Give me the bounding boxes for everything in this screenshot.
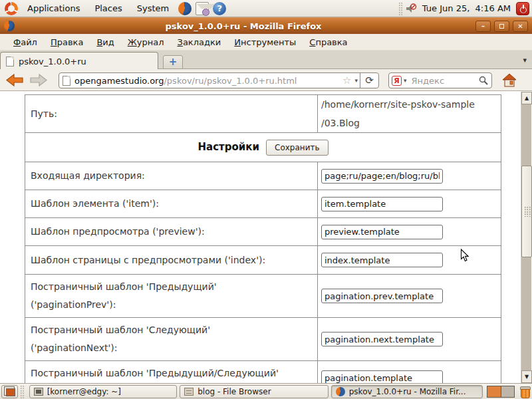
top-panel: Applications Places System ? Tue Jun 25,… [0, 0, 532, 17]
search-magnifier-icon[interactable] [478, 75, 489, 86]
maximize-icon [499, 24, 504, 29]
field-label-pagination-prevnext: Постраничный шаблон 'Предыдущий/Следующи… [25, 361, 318, 384]
field-label-text: Постраничный шаблон 'Предыдущий' [31, 278, 317, 296]
menu-bookmarks[interactable]: Закладки [171, 37, 228, 47]
field-label-text: Шаблон предпросмотра ('preview'): [31, 223, 317, 241]
tab-list-dropdown-icon[interactable]: ▾ [523, 56, 527, 65]
volume-muted-icon[interactable] [405, 3, 417, 15]
settings-table: Путь: /home/kornerr/site-pskov-sample /0… [25, 94, 501, 383]
back-button[interactable] [5, 73, 24, 87]
close-button[interactable]: ✕ [513, 21, 528, 32]
task-file-browser-label: blog - File Browser [198, 387, 271, 396]
firefox-task-icon [336, 387, 345, 396]
vertical-scrollbar[interactable]: ▲ ▼ [521, 92, 531, 383]
show-desktop-button[interactable] [1, 385, 18, 398]
trash-icon[interactable] [519, 386, 531, 398]
field-label-pagination-prev: Постраничный шаблон 'Предыдущий' ('pagin… [25, 275, 318, 318]
window-firefox-icon [4, 21, 15, 31]
ubuntu-logo-icon[interactable] [5, 2, 18, 15]
item-template-input[interactable] [321, 197, 443, 211]
bottom-panel: [kornerr@edgy: ~] blog - File Browser ps… [0, 383, 532, 399]
table-row-field: Шаблон предпросмотра ('preview'): [25, 218, 501, 246]
save-button[interactable]: Сохранить [266, 140, 329, 156]
url-text[interactable]: opengamestudio.org/pskov/ru/pskov_1.0.0+… [74, 76, 341, 86]
tab-bar: pskov_1.0.0+ru + ▾ [0, 51, 532, 69]
incoming-dir-input[interactable] [321, 169, 443, 184]
bookmark-star-icon[interactable]: ☆ [341, 74, 352, 86]
reload-button[interactable]: ⟳ [360, 73, 378, 88]
terminal-icon [34, 388, 43, 396]
window-titlebar[interactable]: pskov_1.0.0+ru - Mozilla Firefox – ✕ [0, 17, 532, 34]
menu-history[interactable]: Журнал [121, 37, 171, 47]
scrollbar-thumb[interactable] [521, 166, 532, 257]
window-title: pskov_1.0.0+ru - Mozilla Firefox [15, 21, 472, 31]
settings-heading: Настройки [198, 141, 259, 153]
settings-heading-cell: НастройкиСохранить [25, 133, 501, 162]
path-label: Путь: [25, 95, 318, 133]
table-row-field: Постраничный шаблон 'Следующий' ('pagina… [25, 318, 501, 361]
tab-pskov[interactable]: pskov_1.0.0+ru [0, 52, 158, 70]
menu-edit[interactable]: Правка [44, 37, 90, 47]
field-label-text: Входящая директория: [31, 167, 317, 185]
menu-tools[interactable]: Инструменты [227, 37, 303, 47]
task-file-browser[interactable]: blog - File Browser [180, 385, 329, 398]
menu-file[interactable]: Файл [7, 37, 44, 47]
pagination-next-input[interactable] [321, 332, 443, 346]
preview-template-input[interactable] [321, 225, 443, 239]
table-row-heading: НастройкиСохранить [25, 133, 501, 162]
table-row-path: Путь: /home/kornerr/site-pskov-sample /0… [25, 95, 501, 133]
table-row-field: Входящая директория: [25, 162, 501, 190]
file-browser-icon [184, 388, 194, 396]
pagination-prev-input[interactable] [321, 289, 443, 303]
table-row-field: Постраничный шаблон 'Предыдущий' ('pagin… [25, 275, 501, 318]
help-launcher-icon[interactable]: ? [213, 2, 226, 15]
path-value-line2: /03.Blog [321, 114, 501, 132]
menu-view[interactable]: Вид [90, 37, 120, 47]
table-row-field: Шаблон элемента ('item'): [25, 190, 501, 218]
search-placeholder[interactable]: Яндекс [412, 76, 478, 86]
task-terminal[interactable]: [kornerr@edgy: ~] [29, 385, 178, 398]
minimize-button[interactable]: – [475, 21, 491, 32]
panel-drag-handle[interactable] [398, 2, 403, 15]
task-firefox[interactable]: pskov_1.0.0+ru - Mozilla Fir... [331, 385, 483, 398]
search-engine-dropdown-icon[interactable]: ▾ [402, 77, 409, 84]
url-bar[interactable]: opengamestudio.org/pskov/ru/pskov_1.0.0+… [59, 72, 379, 88]
forward-button[interactable] [29, 73, 48, 87]
field-label-text: Шаблон страницы с предпросмотрами ('inde… [31, 251, 317, 269]
clock[interactable]: Tue Jun 25, 4:16 AM [417, 3, 516, 13]
power-button-icon[interactable] [516, 2, 529, 15]
menu-system[interactable]: System [130, 0, 176, 17]
workspace-switcher[interactable] [487, 386, 515, 398]
maximize-button[interactable] [494, 21, 509, 32]
workspace-1[interactable] [487, 386, 501, 397]
field-label-incoming-dir: Входящая директория: [25, 162, 318, 190]
field-label-preview-template: Шаблон предпросмотра ('preview'): [25, 218, 318, 246]
menu-applications[interactable]: Applications [20, 0, 87, 17]
urlbar-dropdown-icon[interactable]: ▾ [352, 77, 360, 84]
scroll-up-button[interactable]: ▲ [521, 92, 532, 104]
mouse-cursor [460, 249, 469, 262]
yandex-engine-icon[interactable]: Я [392, 76, 402, 86]
navigation-toolbar: opengamestudio.org/pskov/ru/pskov_1.0.0+… [0, 69, 532, 91]
new-tab-button[interactable]: + [163, 55, 183, 69]
index-template-input[interactable] [321, 253, 443, 267]
taskbar-drag-handle[interactable] [20, 385, 25, 398]
desktop: Applications Places System ? Tue Jun 25,… [0, 0, 532, 399]
menu-help[interactable]: Справка [303, 37, 354, 47]
task-terminal-label: [kornerr@edgy: ~] [47, 387, 121, 396]
pagination-template-input[interactable] [321, 370, 443, 383]
field-label-pagination-next: Постраничный шаблон 'Следующий' ('pagina… [25, 318, 318, 361]
task-firefox-label: pskov_1.0.0+ru - Mozilla Fir... [349, 387, 466, 396]
firefox-window: pskov_1.0.0+ru - Mozilla Firefox – ✕ Фай… [0, 17, 532, 383]
field-label-text2: ('paginationPrev'): [31, 296, 317, 314]
path-value: /home/kornerr/site-pskov-sample /03.Blog [318, 95, 501, 133]
menu-places[interactable]: Places [87, 0, 129, 17]
home-button[interactable] [501, 72, 517, 88]
mail-launcher-icon[interactable] [196, 2, 209, 15]
urlbar-page-icon [63, 76, 70, 86]
search-bar[interactable]: Я ▾ Яндекс [388, 72, 492, 88]
firefox-launcher-icon[interactable] [178, 2, 192, 15]
workspace-2[interactable] [501, 386, 514, 397]
tab-title: pskov_1.0.0+ru [19, 57, 86, 66]
scroll-down-button[interactable]: ▼ [521, 370, 532, 383]
